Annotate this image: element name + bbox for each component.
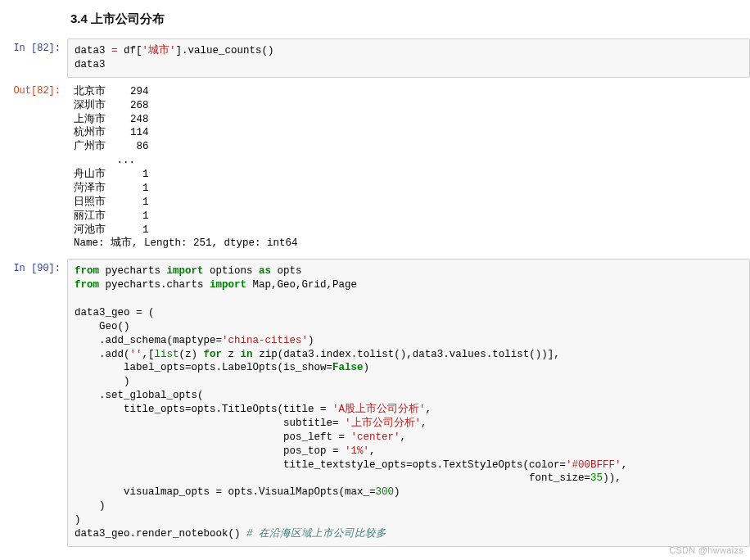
code-input-82[interactable]: data3 = df['城市'].value_counts() data3 — [67, 38, 750, 78]
in-prompt-90: In [90]: — [0, 259, 67, 547]
value-counts-output: 北京市 294 深圳市 268 上海市 248 杭州市 114 广州市 86 .… — [67, 81, 750, 256]
output-footer: Name: 城市, Length: 251, dtype: int64 — [74, 237, 298, 249]
in-prompt-82: In [82]: — [0, 38, 67, 78]
jupyter-notebook: 3.4 上市公司分布 In [82]: data3 = df['城市'].val… — [0, 0, 750, 558]
output-row: 广州市 86 — [74, 141, 149, 152]
output-row: 日照市 1 — [74, 196, 149, 208]
code-cell-90[interactable]: In [90]: from pyecharts import options a… — [0, 259, 750, 547]
output-cell-82: Out[82]: 北京市 294 深圳市 268 上海市 248 杭州市 114… — [0, 81, 750, 256]
output-row: 杭州市 114 — [74, 127, 149, 138]
out-prompt-82: Out[82]: — [0, 81, 67, 256]
output-row: 北京市 294 — [74, 86, 149, 97]
output-row: 菏泽市 1 — [74, 183, 149, 194]
output-row: 河池市 1 — [74, 224, 149, 236]
output-row: 上海市 248 — [74, 114, 149, 125]
code-input-90[interactable]: from pyecharts import options as opts fr… — [67, 259, 750, 547]
section-heading: 3.4 上市公司分布 — [70, 11, 750, 27]
output-row: 丽江市 1 — [74, 210, 149, 222]
output-row: 深圳市 268 — [74, 100, 149, 111]
output-row: 舟山市 1 — [74, 169, 149, 180]
output-row: ... — [74, 155, 135, 166]
code-cell-82[interactable]: In [82]: data3 = df['城市'].value_counts()… — [0, 38, 750, 78]
